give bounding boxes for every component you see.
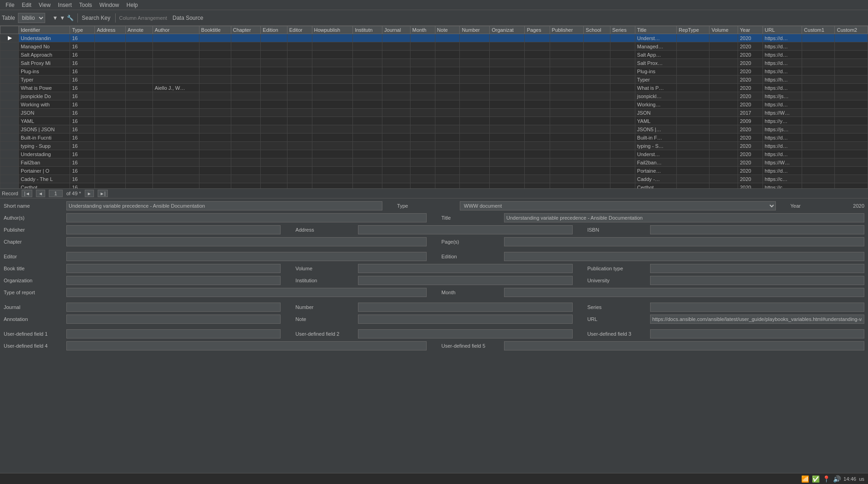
- pages-input[interactable]: [504, 237, 864, 246]
- user-field3-input[interactable]: [650, 329, 864, 338]
- month-input[interactable]: [504, 288, 864, 297]
- number-input[interactable]: [358, 303, 572, 312]
- col-booktitle[interactable]: Booktitle: [199, 26, 231, 34]
- type-select[interactable]: WWW document: [460, 201, 776, 210]
- journal-input[interactable]: [66, 303, 281, 312]
- filter-icon[interactable]: ▼: [53, 15, 58, 21]
- table-row[interactable]: ▶Understandin16Underst…2020https://d…: [0, 34, 868, 42]
- annotation-input[interactable]: [66, 315, 281, 324]
- table-row[interactable]: YAML16YAML2009https://y…: [0, 117, 868, 125]
- col-edition[interactable]: Edition: [261, 26, 287, 34]
- menu-tools[interactable]: Tools: [76, 1, 96, 9]
- col-identifier[interactable]: Identifier: [19, 26, 70, 34]
- author-input[interactable]: [66, 213, 427, 222]
- col-editor[interactable]: Editor: [287, 26, 312, 34]
- col-address[interactable]: Address: [95, 26, 125, 34]
- col-note[interactable]: Note: [435, 26, 460, 34]
- edition-input[interactable]: [504, 252, 864, 261]
- col-institutn[interactable]: Institutn: [353, 26, 382, 34]
- menu-insert[interactable]: Insert: [54, 1, 76, 9]
- table-row[interactable]: JSON16JSON2017https://W…: [0, 109, 868, 117]
- table-row[interactable]: Certbot16Certbot2020https://c…: [0, 183, 868, 189]
- menu-file[interactable]: File: [2, 1, 18, 9]
- col-type[interactable]: Type: [70, 26, 95, 34]
- menu-window[interactable]: Window: [96, 1, 123, 9]
- table-row[interactable]: Salt Proxy Mi16Salt Prox…2020https://d…: [0, 59, 868, 67]
- series-input[interactable]: [650, 303, 864, 312]
- note-input[interactable]: [358, 315, 572, 324]
- data-source-label[interactable]: Data Source: [172, 15, 203, 21]
- col-volume[interactable]: Volume: [710, 26, 738, 34]
- booktitle-input[interactable]: [66, 264, 281, 273]
- table-cell: [261, 51, 287, 59]
- col-title[interactable]: Title: [635, 26, 676, 34]
- db-select[interactable]: biblio: [18, 13, 45, 23]
- table-row[interactable]: Working with16Working…2020https://d…: [0, 100, 868, 109]
- col-pages[interactable]: Pages: [525, 26, 550, 34]
- table-row[interactable]: Plug-ins16Plug-ins2020https://d…: [0, 67, 868, 76]
- menu-help[interactable]: Help: [123, 1, 142, 9]
- publisher-input[interactable]: [66, 225, 281, 234]
- col-publisher[interactable]: Publisher: [550, 26, 584, 34]
- col-howpublish[interactable]: Howpublish: [312, 26, 353, 34]
- table-cell: https://W…: [762, 109, 802, 117]
- col-series[interactable]: Series: [610, 26, 635, 34]
- col-year[interactable]: Year: [738, 26, 762, 34]
- nav-prev[interactable]: ◄: [36, 190, 45, 197]
- table-row[interactable]: Caddy - The L16Caddy -…2020https://c…: [0, 175, 868, 183]
- address-input[interactable]: [358, 225, 572, 234]
- col-url[interactable]: URL: [762, 26, 802, 34]
- table-row[interactable]: Portainer | O16Portaine…2020https://d…: [0, 167, 868, 175]
- col-custom2[interactable]: Custom2: [835, 26, 868, 34]
- user-field2-input[interactable]: [358, 329, 572, 338]
- isbn-input[interactable]: [650, 225, 864, 234]
- col-journal[interactable]: Journal: [382, 26, 411, 34]
- table-row[interactable]: Salt Approach16Salt App…2020https://d…: [0, 51, 868, 59]
- col-chapter[interactable]: Chapter: [231, 26, 261, 34]
- user-field5-input[interactable]: [504, 341, 864, 350]
- publication-type-input[interactable]: [650, 264, 864, 273]
- column-arrangement-btn[interactable]: Column Arrangement: [119, 15, 167, 21]
- table-row[interactable]: Understading16Underst…2020https://d…: [0, 150, 868, 158]
- organization-input[interactable]: [66, 276, 281, 285]
- user-field1-input[interactable]: [66, 329, 281, 338]
- col-custom1[interactable]: Custom1: [802, 26, 835, 34]
- volume-input[interactable]: [358, 264, 572, 273]
- nav-last[interactable]: ►|: [98, 190, 108, 197]
- chapter-input[interactable]: [66, 237, 427, 246]
- menu-view[interactable]: View: [35, 1, 54, 9]
- user-field4-input[interactable]: [66, 341, 427, 350]
- table-row[interactable]: jsonpickle Do16jsonpickl…2020https://js…: [0, 92, 868, 100]
- institution-input[interactable]: [358, 276, 572, 285]
- table-row[interactable]: JSON5 | JSON16JSON5 |…2020https://js…: [0, 125, 868, 134]
- col-month[interactable]: Month: [410, 26, 435, 34]
- col-number[interactable]: Number: [460, 26, 490, 34]
- table-row[interactable]: Built-in Fucnti16Built-in F…2020https://…: [0, 134, 868, 142]
- col-school[interactable]: School: [584, 26, 610, 34]
- table-cell: 16: [70, 67, 95, 76]
- table-cell: [460, 175, 490, 183]
- table-row[interactable]: Fail2ban16Fail2ban…2020https://W…: [0, 158, 868, 167]
- title-input[interactable]: [504, 213, 864, 222]
- university-input[interactable]: [650, 276, 864, 285]
- record-current[interactable]: [49, 190, 63, 197]
- col-annote[interactable]: Annote: [125, 26, 152, 34]
- menu-edit[interactable]: Edit: [18, 1, 35, 9]
- nav-first[interactable]: |◄: [22, 190, 32, 197]
- table-row[interactable]: typing - Supp16typing - S…2020https://d…: [0, 142, 868, 150]
- short-name-input[interactable]: [66, 201, 382, 210]
- table-row[interactable]: Typer16Typer2020https://h…: [0, 76, 868, 84]
- filter-icon2[interactable]: ▼: [60, 15, 65, 21]
- editor-input[interactable]: [66, 252, 427, 261]
- type-of-report-input[interactable]: [66, 288, 427, 297]
- url-input[interactable]: [650, 315, 864, 324]
- col-organizat[interactable]: Organizat: [490, 26, 525, 34]
- table-cell: [261, 150, 287, 158]
- table-row[interactable]: What is Powe16Aiello J., W…What is P…202…: [0, 84, 868, 92]
- col-reptype[interactable]: RepType: [677, 26, 710, 34]
- table-row[interactable]: Managed No16Managed…2020https://d…: [0, 42, 868, 51]
- filter-btn[interactable]: 🔧: [67, 15, 74, 21]
- table-scroll[interactable]: Identifier Type Address Annote Author Bo…: [0, 26, 868, 188]
- nav-next[interactable]: ►: [85, 190, 94, 197]
- col-author[interactable]: Author: [152, 26, 199, 34]
